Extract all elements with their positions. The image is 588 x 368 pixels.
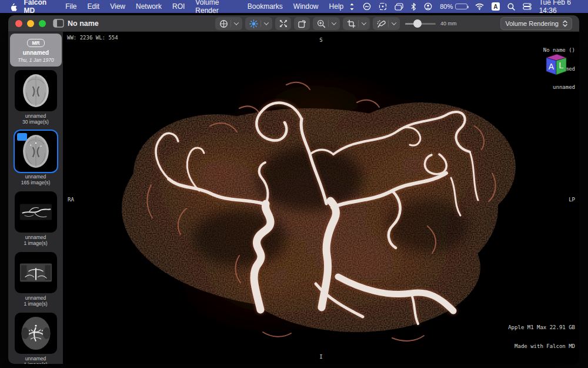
wifi-icon[interactable] xyxy=(475,4,484,10)
series-name-1: unnamed xyxy=(8,113,63,119)
menu-file[interactable]: File xyxy=(60,2,82,11)
battery-icon xyxy=(455,4,467,9)
renderer-mode-select[interactable]: Volume Rendering xyxy=(500,17,572,30)
renderer-info-overlay: Apple M1 Max 22.91 GB Made with Falcon M… xyxy=(508,312,575,362)
crop-dropdown-chevron[interactable] xyxy=(359,17,369,30)
slider-track[interactable] xyxy=(405,23,436,25)
minimize-button[interactable] xyxy=(27,20,34,27)
series-count-4: 1 image(s) xyxy=(8,301,63,307)
slider-value-label: 40 mm xyxy=(440,21,457,26)
series-thumbnail-3[interactable] xyxy=(15,191,57,233)
crop-tool-group xyxy=(343,17,370,30)
brightness-wwwl-button[interactable] xyxy=(246,17,260,30)
series-count-5: 1 image(s) xyxy=(8,362,63,364)
menu-view[interactable]: View xyxy=(105,2,131,11)
cube-left-face-label: L xyxy=(559,61,564,70)
menu-volume-render[interactable]: Volume Render xyxy=(190,0,242,15)
cube-anterior-face-label: A xyxy=(549,62,554,71)
sidebar-toggle-icon[interactable] xyxy=(53,19,64,28)
study-header-card[interactable]: MR unnamed Thu, 1 Jan 1970 xyxy=(10,34,62,67)
rotate-view-button[interactable] xyxy=(294,17,310,30)
modality-badge: MR xyxy=(27,39,44,47)
window-title: No name xyxy=(68,19,99,28)
zoom-button[interactable] xyxy=(39,20,46,27)
series-item-1[interactable]: unnamed 30 image(s) xyxy=(8,70,63,125)
clock-app-icon[interactable] xyxy=(379,2,387,11)
backup-drive-icon[interactable] xyxy=(523,3,532,10)
series-count-3: 1 image(s) xyxy=(8,240,63,246)
series-name-3: unnamed xyxy=(8,234,63,240)
series-thumbnail-2-selected[interactable] xyxy=(15,131,57,172)
window-level-overlay: WW: 2236 WL: 554 xyxy=(67,35,118,41)
user-account-icon[interactable] xyxy=(424,2,432,11)
menu-roi[interactable]: ROI xyxy=(167,2,190,11)
series-name-5: unnamed xyxy=(8,356,63,362)
volume-render-viewport[interactable]: WW: 2236 WL: 554 S No name () unnamed un… xyxy=(63,32,579,364)
menu-window[interactable]: Window xyxy=(288,2,324,11)
wwwl-dropdown-chevron[interactable] xyxy=(261,17,271,30)
patient-info-line-3: unnamed xyxy=(543,84,575,91)
bluetooth-icon[interactable] xyxy=(411,3,416,11)
series-sidebar: MR unnamed Thu, 1 Jan 1970 unnamed 30 im… xyxy=(8,32,63,364)
orientation-right-anterior-label: RA xyxy=(68,197,74,203)
app-window: No name xyxy=(8,15,579,364)
menubar-clock[interactable]: Tue Feb 6 14:36 xyxy=(539,0,582,15)
volume-rendering-image xyxy=(63,32,579,364)
menu-bookmarks[interactable]: Bookmarks xyxy=(242,2,288,11)
study-date: Thu, 1 Jan 1970 xyxy=(12,57,59,63)
series-thumbnail-4[interactable] xyxy=(15,252,57,293)
mission-control-icon[interactable] xyxy=(395,3,403,11)
battery-percent: 80% xyxy=(440,3,453,10)
series-item-4[interactable]: unnamed 1 image(s) xyxy=(8,252,63,307)
zoom-dropdown-chevron[interactable] xyxy=(329,17,339,30)
menu-help[interactable]: Help xyxy=(324,2,349,11)
title-bar: No name xyxy=(8,15,579,32)
series-item-5[interactable]: unnamed 1 image(s) xyxy=(8,313,63,364)
orientation-dropdown-chevron[interactable] xyxy=(231,17,241,30)
menu-network[interactable]: Network xyxy=(131,2,167,11)
globe-orientation-button[interactable] xyxy=(216,17,230,30)
window-controls xyxy=(8,20,46,27)
menu-bar: Falcon MD File Edit View Network ROI Vol… xyxy=(0,0,588,13)
series-thumbnail-1[interactable] xyxy=(15,70,57,111)
orientation-inferior-label: I xyxy=(319,354,322,360)
battery-indicator[interactable]: 80% xyxy=(440,3,467,10)
series-item-3[interactable]: unnamed 1 image(s) xyxy=(8,191,63,246)
fit-to-window-button[interactable] xyxy=(275,17,291,30)
wwwl-tool-group xyxy=(245,17,272,30)
series-thumbnail-5[interactable] xyxy=(15,313,57,354)
series-count-2: 165 image(s) xyxy=(8,180,63,185)
magnify-zoom-button[interactable] xyxy=(314,17,328,30)
creative-cloud-icon[interactable] xyxy=(363,2,371,11)
renderer-mode-label: Volume Rendering xyxy=(505,20,559,27)
orientation-tool-group xyxy=(215,17,242,30)
airbrush-button[interactable] xyxy=(374,17,388,30)
sync-icon[interactable] xyxy=(349,3,355,11)
orientation-cube[interactable]: A L xyxy=(543,52,569,79)
menu-app-name[interactable]: Falcon MD xyxy=(19,0,60,15)
apple-menu-icon[interactable] xyxy=(7,2,19,11)
input-source-icon[interactable]: A xyxy=(492,2,499,11)
series-item-2[interactable]: unnamed 165 image(s) xyxy=(8,131,63,185)
close-button[interactable] xyxy=(15,20,22,27)
study-name: unnamed xyxy=(12,49,59,56)
spotlight-search-icon[interactable] xyxy=(507,3,515,11)
orientation-left-posterior-label: LP xyxy=(569,197,575,203)
airbrush-dropdown-chevron[interactable] xyxy=(389,17,399,30)
thickness-slider: 40 mm xyxy=(405,21,457,26)
crop-button[interactable] xyxy=(344,17,358,30)
slider-thumb[interactable] xyxy=(413,19,422,28)
viewer-toolbar: 40 mm xyxy=(215,17,457,30)
series-count-1: 30 image(s) xyxy=(8,119,63,125)
series-name-2: unnamed xyxy=(8,174,63,180)
zoom-tool-group xyxy=(313,17,340,30)
airbrush-tool-group xyxy=(373,17,400,30)
menu-edit[interactable]: Edit xyxy=(82,2,105,11)
series-name-4: unnamed xyxy=(8,295,63,301)
select-updown-chevrons xyxy=(563,20,567,27)
gpu-info-line: Apple M1 Max 22.91 GB xyxy=(508,324,575,331)
orientation-superior-label: S xyxy=(319,37,322,44)
made-with-line: Made with Falcon MD xyxy=(508,343,575,350)
selection-badge xyxy=(17,133,27,141)
